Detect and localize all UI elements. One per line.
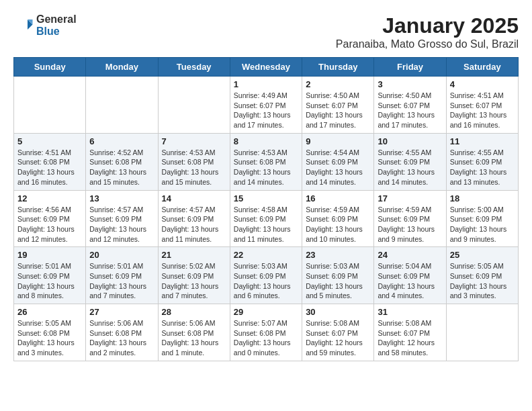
calendar-cell: 5Sunrise: 4:51 AM Sunset: 6:08 PM Daylig… <box>14 133 86 190</box>
day-number: 28 <box>162 307 226 317</box>
day-info: Sunrise: 5:00 AM Sunset: 6:09 PM Dayligh… <box>450 205 515 244</box>
calendar-cell: 7Sunrise: 4:53 AM Sunset: 6:08 PM Daylig… <box>158 133 230 190</box>
day-number: 12 <box>17 193 82 203</box>
day-number: 25 <box>450 250 515 260</box>
day-info: Sunrise: 5:04 AM Sunset: 6:09 PM Dayligh… <box>378 261 442 301</box>
day-info: Sunrise: 4:59 AM Sunset: 6:09 PM Dayligh… <box>378 205 442 244</box>
day-number: 3 <box>378 79 442 89</box>
header-day-monday: Monday <box>86 58 158 77</box>
calendar-cell: 11Sunrise: 4:55 AM Sunset: 6:09 PM Dayli… <box>446 133 518 190</box>
day-info: Sunrise: 5:02 AM Sunset: 6:09 PM Dayligh… <box>162 261 226 301</box>
day-number: 21 <box>162 250 226 260</box>
logo-blue: Blue <box>36 26 77 38</box>
day-info: Sunrise: 4:58 AM Sunset: 6:09 PM Dayligh… <box>234 205 298 244</box>
day-info: Sunrise: 5:06 AM Sunset: 6:08 PM Dayligh… <box>162 318 226 358</box>
day-info: Sunrise: 4:51 AM Sunset: 6:08 PM Dayligh… <box>17 148 82 187</box>
day-info: Sunrise: 4:53 AM Sunset: 6:08 PM Dayligh… <box>234 148 298 187</box>
day-info: Sunrise: 4:52 AM Sunset: 6:08 PM Dayligh… <box>89 148 154 187</box>
day-info: Sunrise: 4:49 AM Sunset: 6:07 PM Dayligh… <box>234 91 298 130</box>
logo-icon <box>13 15 34 36</box>
calendar-cell: 27Sunrise: 5:06 AM Sunset: 6:08 PM Dayli… <box>86 304 158 361</box>
calendar-cell: 30Sunrise: 5:08 AM Sunset: 6:07 PM Dayli… <box>302 304 374 361</box>
day-info: Sunrise: 5:07 AM Sunset: 6:08 PM Dayligh… <box>234 318 298 358</box>
day-number: 24 <box>378 250 442 260</box>
day-number: 13 <box>89 193 154 203</box>
day-info: Sunrise: 4:53 AM Sunset: 6:08 PM Dayligh… <box>162 148 226 187</box>
day-number: 31 <box>378 307 442 317</box>
calendar-table: SundayMondayTuesdayWednesdayThursdayFrid… <box>13 57 519 361</box>
day-number: 22 <box>234 250 298 260</box>
calendar-cell: 14Sunrise: 4:57 AM Sunset: 6:09 PM Dayli… <box>158 190 230 247</box>
day-number: 19 <box>17 250 82 260</box>
day-number: 18 <box>450 193 515 203</box>
day-info: Sunrise: 5:01 AM Sunset: 6:09 PM Dayligh… <box>17 261 82 301</box>
title-block: January 2025 Paranaiba, Mato Grosso do S… <box>336 13 519 50</box>
day-info: Sunrise: 4:57 AM Sunset: 6:09 PM Dayligh… <box>89 205 154 244</box>
calendar-cell: 21Sunrise: 5:02 AM Sunset: 6:09 PM Dayli… <box>158 247 230 304</box>
day-number: 10 <box>378 136 442 146</box>
day-number: 9 <box>306 136 370 146</box>
day-number: 15 <box>234 193 298 203</box>
calendar-cell: 25Sunrise: 5:05 AM Sunset: 6:09 PM Dayli… <box>446 247 518 304</box>
calendar-cell: 29Sunrise: 5:07 AM Sunset: 6:08 PM Dayli… <box>230 304 302 361</box>
day-number: 27 <box>89 307 154 317</box>
day-info: Sunrise: 4:50 AM Sunset: 6:07 PM Dayligh… <box>306 91 370 130</box>
calendar-cell: 6Sunrise: 4:52 AM Sunset: 6:08 PM Daylig… <box>86 133 158 190</box>
calendar-cell: 17Sunrise: 4:59 AM Sunset: 6:09 PM Dayli… <box>374 190 446 247</box>
calendar-cell: 10Sunrise: 4:55 AM Sunset: 6:09 PM Dayli… <box>374 133 446 190</box>
day-info: Sunrise: 4:55 AM Sunset: 6:09 PM Dayligh… <box>450 148 515 187</box>
day-number: 30 <box>306 307 370 317</box>
header-day-saturday: Saturday <box>446 58 518 77</box>
day-info: Sunrise: 5:05 AM Sunset: 6:08 PM Dayligh… <box>17 318 82 358</box>
day-number: 8 <box>234 136 298 146</box>
week-row-1: 1Sunrise: 4:49 AM Sunset: 6:07 PM Daylig… <box>14 77 519 134</box>
day-number: 2 <box>306 79 370 89</box>
calendar-cell: 3Sunrise: 4:50 AM Sunset: 6:07 PM Daylig… <box>374 77 446 134</box>
header-day-thursday: Thursday <box>302 58 374 77</box>
header-day-wednesday: Wednesday <box>230 58 302 77</box>
calendar-cell: 22Sunrise: 5:03 AM Sunset: 6:09 PM Dayli… <box>230 247 302 304</box>
week-row-4: 19Sunrise: 5:01 AM Sunset: 6:09 PM Dayli… <box>14 247 519 304</box>
day-number: 23 <box>306 250 370 260</box>
calendar-header: SundayMondayTuesdayWednesdayThursdayFrid… <box>14 58 519 77</box>
day-info: Sunrise: 4:57 AM Sunset: 6:09 PM Dayligh… <box>162 205 226 244</box>
calendar-cell: 26Sunrise: 5:05 AM Sunset: 6:08 PM Dayli… <box>14 304 86 361</box>
week-row-2: 5Sunrise: 4:51 AM Sunset: 6:08 PM Daylig… <box>14 133 519 190</box>
page-header: General Blue January 2025 Paranaiba, Mat… <box>13 13 519 50</box>
day-info: Sunrise: 5:03 AM Sunset: 6:09 PM Dayligh… <box>306 261 370 301</box>
day-info: Sunrise: 5:01 AM Sunset: 6:09 PM Dayligh… <box>89 261 154 301</box>
logo-general: General <box>36 13 77 26</box>
day-info: Sunrise: 5:05 AM Sunset: 6:09 PM Dayligh… <box>450 261 515 301</box>
day-number: 11 <box>450 136 515 146</box>
day-info: Sunrise: 4:51 AM Sunset: 6:07 PM Dayligh… <box>450 91 515 130</box>
day-number: 17 <box>378 193 442 203</box>
day-number: 16 <box>306 193 370 203</box>
header-day-friday: Friday <box>374 58 446 77</box>
header-day-tuesday: Tuesday <box>158 58 230 77</box>
calendar-cell: 2Sunrise: 4:50 AM Sunset: 6:07 PM Daylig… <box>302 77 374 134</box>
calendar-cell: 23Sunrise: 5:03 AM Sunset: 6:09 PM Dayli… <box>302 247 374 304</box>
day-info: Sunrise: 5:08 AM Sunset: 6:07 PM Dayligh… <box>306 318 370 358</box>
day-info: Sunrise: 5:03 AM Sunset: 6:09 PM Dayligh… <box>234 261 298 301</box>
day-number: 1 <box>234 79 298 89</box>
day-info: Sunrise: 4:54 AM Sunset: 6:09 PM Dayligh… <box>306 148 370 187</box>
day-number: 6 <box>89 136 154 146</box>
week-row-3: 12Sunrise: 4:56 AM Sunset: 6:09 PM Dayli… <box>14 190 519 247</box>
day-info: Sunrise: 4:55 AM Sunset: 6:09 PM Dayligh… <box>378 148 442 187</box>
day-info: Sunrise: 5:06 AM Sunset: 6:08 PM Dayligh… <box>89 318 154 358</box>
day-info: Sunrise: 5:08 AM Sunset: 6:07 PM Dayligh… <box>378 318 442 358</box>
calendar-cell: 13Sunrise: 4:57 AM Sunset: 6:09 PM Dayli… <box>86 190 158 247</box>
day-number: 29 <box>234 307 298 317</box>
calendar-cell <box>86 77 158 134</box>
calendar-cell: 16Sunrise: 4:59 AM Sunset: 6:09 PM Dayli… <box>302 190 374 247</box>
day-number: 7 <box>162 136 226 146</box>
calendar-cell: 8Sunrise: 4:53 AM Sunset: 6:08 PM Daylig… <box>230 133 302 190</box>
day-info: Sunrise: 4:50 AM Sunset: 6:07 PM Dayligh… <box>378 91 442 130</box>
calendar-cell <box>446 304 518 361</box>
day-number: 14 <box>162 193 226 203</box>
day-info: Sunrise: 4:59 AM Sunset: 6:09 PM Dayligh… <box>306 205 370 244</box>
calendar-cell: 28Sunrise: 5:06 AM Sunset: 6:08 PM Dayli… <box>158 304 230 361</box>
calendar-cell: 20Sunrise: 5:01 AM Sunset: 6:09 PM Dayli… <box>86 247 158 304</box>
calendar-body: 1Sunrise: 4:49 AM Sunset: 6:07 PM Daylig… <box>14 77 519 361</box>
logo-text: General Blue <box>36 13 77 37</box>
